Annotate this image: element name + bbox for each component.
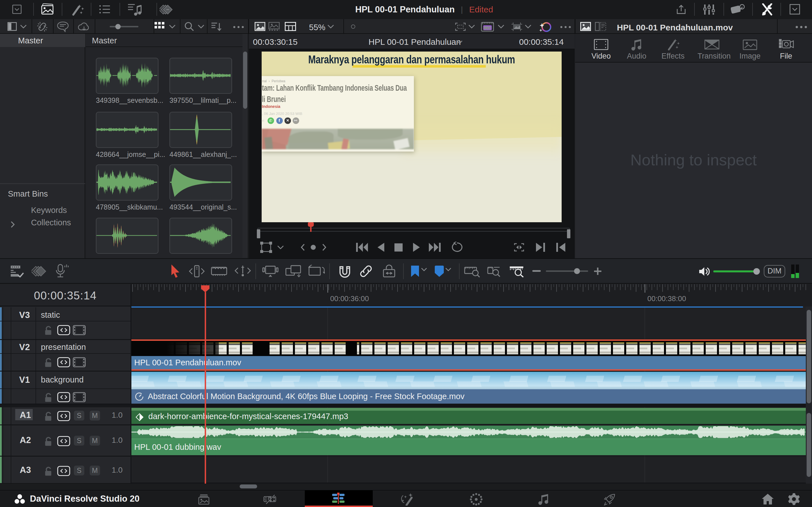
svg-text:PXY: PXY — [484, 26, 491, 30]
